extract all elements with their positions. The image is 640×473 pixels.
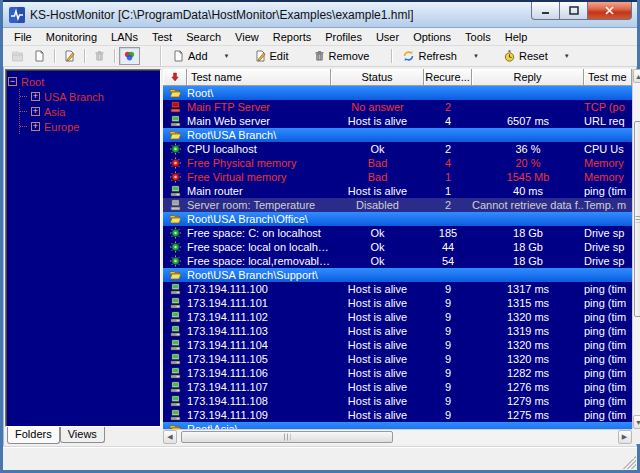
- expand-icon[interactable]: +: [31, 122, 40, 131]
- horizontal-scrollbar[interactable]: ◀ ▶: [163, 429, 632, 444]
- status-cell: Ok: [331, 226, 424, 240]
- scroll-up-icon[interactable]: ▲: [633, 69, 640, 83]
- tab-views[interactable]: Views: [60, 427, 105, 443]
- scroll-right-icon[interactable]: ▶: [618, 430, 632, 444]
- toolbar-separator: [84, 49, 85, 63]
- table-row[interactable]: 173.194.111.108Host is alive91279 msping…: [163, 394, 632, 408]
- test-name-cell: 173.194.111.104: [187, 338, 331, 352]
- table-row[interactable]: 173.194.111.103Host is alive91319 msping…: [163, 324, 632, 338]
- add-dropdown-icon[interactable]: ▼: [215, 47, 235, 65]
- table-row[interactable]: 173.194.111.102Host is alive91320 msping…: [163, 310, 632, 324]
- menu-tools[interactable]: Tools: [458, 30, 498, 44]
- column-header-test-me[interactable]: Test me: [584, 69, 632, 86]
- table-row[interactable]: 173.194.111.104Host is alive91320 msping…: [163, 338, 632, 352]
- close-button[interactable]: [587, 2, 632, 20]
- expand-icon[interactable]: +: [31, 92, 40, 101]
- menu-user[interactable]: User: [369, 30, 406, 44]
- table-row[interactable]: Free space: local,removable on loc...Ok5…: [163, 254, 632, 268]
- menu-view[interactable]: View: [228, 30, 266, 44]
- table-row[interactable]: Free Virtual memoryBad11545 MbMemory: [163, 170, 632, 184]
- test-method-cell: ping (tim: [584, 310, 632, 324]
- menu-profiles[interactable]: Profiles: [318, 30, 369, 44]
- tree-connector: [20, 96, 27, 97]
- menu-reports[interactable]: Reports: [266, 30, 319, 44]
- trash-button[interactable]: [89, 47, 110, 65]
- menu-monitoring[interactable]: Monitoring: [39, 30, 104, 44]
- vertical-scrollbar[interactable]: ▲ ▼: [632, 69, 640, 429]
- tree-node-label: USA Branch: [44, 91, 104, 103]
- test-method-cell: ping (tim: [584, 282, 632, 296]
- tree-node-asia[interactable]: +Asia: [20, 104, 158, 119]
- table-row[interactable]: Free space: C: on localhostOk18518 GbDri…: [163, 226, 632, 240]
- menu-lans[interactable]: LANs: [104, 30, 145, 44]
- tab-folders[interactable]: Folders: [7, 427, 60, 444]
- test-name-cell: Main FTP Server: [187, 100, 331, 114]
- table-row[interactable]: Root\USA Branch\Office\: [163, 212, 632, 226]
- menu-search[interactable]: Search: [179, 30, 228, 44]
- remove-button[interactable]: Remove: [308, 47, 375, 65]
- column-header-test-name[interactable]: Test name: [187, 69, 331, 86]
- tree-node-root[interactable]: −Root: [8, 74, 158, 89]
- status-cell: Host is alive: [331, 408, 424, 422]
- table-row[interactable]: Server room: TemperatureDisabled2Cannot …: [163, 198, 632, 212]
- table-row[interactable]: 173.194.111.107Host is alive91276 msping…: [163, 380, 632, 394]
- table-row[interactable]: Root\USA Branch\: [163, 128, 632, 142]
- reset-dropdown-icon[interactable]: ▼: [555, 47, 575, 65]
- table-row[interactable]: Free Physical memoryBad420 %Memory: [163, 156, 632, 170]
- table-row[interactable]: 173.194.111.109Host is alive91275 msping…: [163, 408, 632, 422]
- table-row[interactable]: Main FTP ServerNo answer2TCP (po: [163, 100, 632, 114]
- new-list-button[interactable]: [7, 47, 28, 65]
- menu-help[interactable]: Help: [498, 30, 535, 44]
- horizontal-scroll-thumb[interactable]: [181, 431, 393, 443]
- column-header-status[interactable]: Status: [331, 69, 424, 86]
- test-list-panel: Test nameStatusRecure...ReplyTest me Roo…: [163, 69, 635, 444]
- menu-bar: FileMonitoringLANsTestSearchViewReportsP…: [3, 28, 637, 46]
- scroll-left-icon[interactable]: ◀: [163, 430, 177, 444]
- table-row[interactable]: 173.194.111.101Host is alive91315 msping…: [163, 296, 632, 310]
- table-row[interactable]: 173.194.111.106Host is alive91282 msping…: [163, 366, 632, 380]
- table-row[interactable]: Free space: local on localhostOk4418 GbD…: [163, 240, 632, 254]
- table-row[interactable]: Root\USA Branch\Support\: [163, 268, 632, 282]
- test-name-cell: Main Web server: [187, 114, 331, 128]
- table-row[interactable]: 173.194.111.100Host is alive91317 msping…: [163, 282, 632, 296]
- remove-label: Remove: [329, 50, 370, 62]
- menu-test[interactable]: Test: [145, 30, 179, 44]
- edit-page-icon: [63, 50, 76, 62]
- folder-path: Root\USA Branch\Support\: [187, 268, 632, 282]
- menu-options[interactable]: Options: [406, 30, 458, 44]
- add-button[interactable]: Add: [167, 47, 213, 65]
- sort-column-header[interactable]: [163, 69, 187, 86]
- recurrences-cell: 9: [424, 366, 472, 380]
- test-name-cell: 173.194.111.109: [187, 408, 331, 422]
- refresh-button[interactable]: Refresh: [397, 47, 462, 65]
- scroll-down-icon[interactable]: ▼: [633, 415, 640, 429]
- menu-file[interactable]: File: [7, 30, 39, 44]
- tree-node-europe[interactable]: +Europe: [20, 119, 158, 134]
- recurrences-cell: 54: [424, 254, 472, 268]
- table-row[interactable]: Main Web serverHost is alive46507 msURL …: [163, 114, 632, 128]
- collapse-icon[interactable]: −: [8, 77, 17, 86]
- table-row[interactable]: 173.194.111.105Host is alive91320 msping…: [163, 352, 632, 366]
- edit-button[interactable]: Edit: [249, 47, 294, 65]
- table-row[interactable]: Main routerHost is alive140 msping (tim: [163, 184, 632, 198]
- column-header-recure[interactable]: Recure...: [424, 69, 472, 86]
- maximize-button[interactable]: [560, 2, 587, 20]
- server-green-icon: [169, 353, 182, 365]
- column-header-reply[interactable]: Reply: [472, 69, 584, 86]
- sidebar-tabs: FoldersViews: [5, 427, 161, 444]
- table-row[interactable]: Root\Asia\: [163, 422, 632, 429]
- edit-page-button[interactable]: [59, 47, 80, 65]
- page-button[interactable]: [29, 47, 50, 65]
- palette-button[interactable]: [119, 47, 140, 65]
- vertical-scroll-thumb[interactable]: [634, 121, 640, 317]
- test-method-cell: ping (tim: [584, 338, 632, 352]
- resize-grip[interactable]: [623, 456, 636, 469]
- tree-node-usa-branch[interactable]: +USA Branch: [20, 89, 158, 104]
- table-row[interactable]: Root\: [163, 86, 632, 100]
- app-window: KS-HostMonitor [C:\ProgramData\HostMonit…: [0, 0, 640, 473]
- reset-button[interactable]: Reset: [498, 47, 553, 65]
- table-row[interactable]: CPU localhostOk236 %CPU Us: [163, 142, 632, 156]
- expand-icon[interactable]: +: [31, 107, 40, 116]
- minimize-button[interactable]: [531, 2, 560, 20]
- refresh-dropdown-icon[interactable]: ▼: [464, 47, 484, 65]
